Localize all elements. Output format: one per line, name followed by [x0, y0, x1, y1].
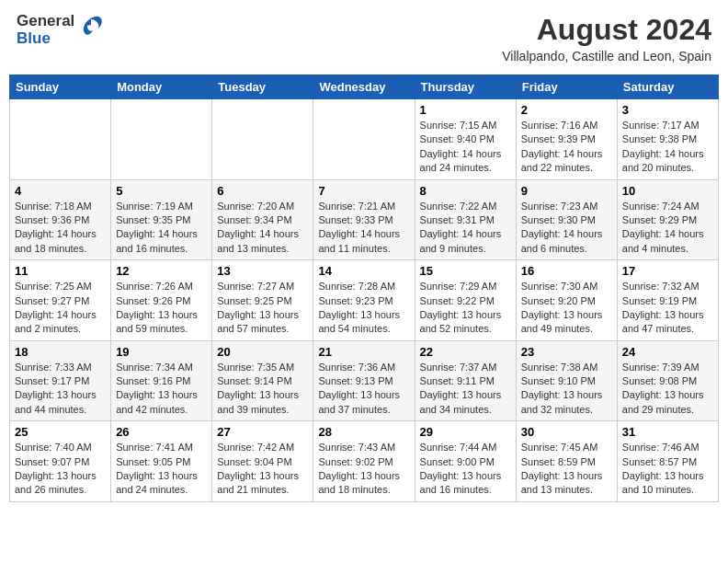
- calendar-cell: 31Sunrise: 7:46 AMSunset: 8:57 PMDayligh…: [617, 421, 718, 502]
- calendar-cell: 17Sunrise: 7:32 AMSunset: 9:19 PMDayligh…: [617, 260, 718, 341]
- day-info: Sunrise: 7:23 AMSunset: 9:30 PMDaylight:…: [521, 200, 612, 257]
- calendar-cell: 24Sunrise: 7:39 AMSunset: 9:08 PMDayligh…: [617, 340, 718, 421]
- logo: General Blue: [17, 13, 104, 47]
- calendar-cell: 4Sunrise: 7:18 AMSunset: 9:36 PMDaylight…: [10, 179, 111, 260]
- calendar-week-row: 1Sunrise: 7:15 AMSunset: 9:40 PMDaylight…: [10, 99, 719, 180]
- day-info: Sunrise: 7:19 AMSunset: 9:35 PMDaylight:…: [116, 200, 207, 257]
- day-number: 3: [622, 103, 713, 117]
- day-number: 25: [15, 425, 106, 439]
- day-info: Sunrise: 7:40 AMSunset: 9:07 PMDaylight:…: [15, 441, 106, 498]
- day-info: Sunrise: 7:44 AMSunset: 9:00 PMDaylight:…: [420, 441, 511, 498]
- calendar-week-row: 18Sunrise: 7:33 AMSunset: 9:17 PMDayligh…: [10, 340, 719, 421]
- logo-blue: Blue: [17, 30, 74, 48]
- day-number: 27: [217, 425, 308, 439]
- day-number: 4: [15, 184, 106, 198]
- day-info: Sunrise: 7:37 AMSunset: 9:11 PMDaylight:…: [420, 361, 511, 418]
- calendar-cell: 18Sunrise: 7:33 AMSunset: 9:17 PMDayligh…: [10, 340, 111, 421]
- day-info: Sunrise: 7:22 AMSunset: 9:31 PMDaylight:…: [420, 200, 511, 257]
- day-info: Sunrise: 7:27 AMSunset: 9:25 PMDaylight:…: [217, 280, 308, 337]
- day-number: 23: [521, 345, 612, 359]
- day-info: Sunrise: 7:33 AMSunset: 9:17 PMDaylight:…: [15, 361, 106, 418]
- day-info: Sunrise: 7:20 AMSunset: 9:34 PMDaylight:…: [217, 200, 308, 257]
- header: General Blue August 2024 Villalpando, Ca…: [9, 9, 719, 67]
- day-number: 14: [318, 264, 409, 278]
- calendar-cell: 10Sunrise: 7:24 AMSunset: 9:29 PMDayligh…: [617, 179, 718, 260]
- calendar-cell: 15Sunrise: 7:29 AMSunset: 9:22 PMDayligh…: [415, 260, 516, 341]
- logo-bird-icon: [78, 16, 104, 41]
- location: Villalpando, Castille and Leon, Spain: [502, 49, 711, 63]
- calendar-cell: [111, 99, 212, 180]
- calendar-cell: 6Sunrise: 7:20 AMSunset: 9:34 PMDaylight…: [212, 179, 313, 260]
- day-number: 6: [217, 184, 308, 198]
- day-number: 29: [420, 425, 511, 439]
- calendar-cell: 16Sunrise: 7:30 AMSunset: 9:20 PMDayligh…: [516, 260, 617, 341]
- day-number: 11: [15, 264, 106, 278]
- calendar-cell: 7Sunrise: 7:21 AMSunset: 9:33 PMDaylight…: [313, 179, 415, 260]
- day-header-friday: Friday: [516, 75, 617, 99]
- month-year: August 2024: [502, 13, 711, 47]
- day-info: Sunrise: 7:25 AMSunset: 9:27 PMDaylight:…: [15, 280, 106, 337]
- day-info: Sunrise: 7:29 AMSunset: 9:22 PMDaylight:…: [420, 280, 511, 337]
- day-number: 18: [15, 345, 106, 359]
- day-number: 2: [521, 103, 612, 117]
- day-info: Sunrise: 7:42 AMSunset: 9:04 PMDaylight:…: [217, 441, 308, 498]
- calendar-cell: 8Sunrise: 7:22 AMSunset: 9:31 PMDaylight…: [415, 179, 516, 260]
- calendar-header-row: SundayMondayTuesdayWednesdayThursdayFrid…: [10, 75, 719, 99]
- calendar-cell: 22Sunrise: 7:37 AMSunset: 9:11 PMDayligh…: [415, 340, 516, 421]
- day-number: 9: [521, 184, 612, 198]
- day-number: 13: [217, 264, 308, 278]
- day-info: Sunrise: 7:43 AMSunset: 9:02 PMDaylight:…: [318, 441, 409, 498]
- calendar-cell: 26Sunrise: 7:41 AMSunset: 9:05 PMDayligh…: [111, 421, 212, 502]
- day-number: 15: [420, 264, 511, 278]
- day-header-thursday: Thursday: [415, 75, 516, 99]
- day-info: Sunrise: 7:16 AMSunset: 9:39 PMDaylight:…: [521, 119, 612, 176]
- day-number: 8: [420, 184, 511, 198]
- calendar-cell: 20Sunrise: 7:35 AMSunset: 9:14 PMDayligh…: [212, 340, 313, 421]
- day-header-wednesday: Wednesday: [313, 75, 415, 99]
- day-header-sunday: Sunday: [10, 75, 111, 99]
- day-info: Sunrise: 7:41 AMSunset: 9:05 PMDaylight:…: [116, 441, 207, 498]
- calendar-cell: 12Sunrise: 7:26 AMSunset: 9:26 PMDayligh…: [111, 260, 212, 341]
- day-info: Sunrise: 7:34 AMSunset: 9:16 PMDaylight:…: [116, 361, 207, 418]
- calendar-cell: 5Sunrise: 7:19 AMSunset: 9:35 PMDaylight…: [111, 179, 212, 260]
- day-info: Sunrise: 7:30 AMSunset: 9:20 PMDaylight:…: [521, 280, 612, 337]
- day-number: 21: [318, 345, 409, 359]
- day-number: 19: [116, 345, 207, 359]
- calendar-cell: 23Sunrise: 7:38 AMSunset: 9:10 PMDayligh…: [516, 340, 617, 421]
- day-number: 24: [622, 345, 713, 359]
- calendar-cell: 29Sunrise: 7:44 AMSunset: 9:00 PMDayligh…: [415, 421, 516, 502]
- day-number: 22: [420, 345, 511, 359]
- day-number: 31: [622, 425, 713, 439]
- day-number: 30: [521, 425, 612, 439]
- day-number: 20: [217, 345, 308, 359]
- day-info: Sunrise: 7:35 AMSunset: 9:14 PMDaylight:…: [217, 361, 308, 418]
- calendar-cell: 19Sunrise: 7:34 AMSunset: 9:16 PMDayligh…: [111, 340, 212, 421]
- calendar-week-row: 11Sunrise: 7:25 AMSunset: 9:27 PMDayligh…: [10, 260, 719, 341]
- calendar-cell: [10, 99, 111, 180]
- calendar-cell: 9Sunrise: 7:23 AMSunset: 9:30 PMDaylight…: [516, 179, 617, 260]
- day-info: Sunrise: 7:32 AMSunset: 9:19 PMDaylight:…: [622, 280, 713, 337]
- day-info: Sunrise: 7:18 AMSunset: 9:36 PMDaylight:…: [15, 200, 106, 257]
- calendar-cell: 30Sunrise: 7:45 AMSunset: 8:59 PMDayligh…: [516, 421, 617, 502]
- logo-general: General: [17, 13, 74, 30]
- calendar-cell: 27Sunrise: 7:42 AMSunset: 9:04 PMDayligh…: [212, 421, 313, 502]
- day-info: Sunrise: 7:39 AMSunset: 9:08 PMDaylight:…: [622, 361, 713, 418]
- day-number: 7: [318, 184, 409, 198]
- calendar-cell: 2Sunrise: 7:16 AMSunset: 9:39 PMDaylight…: [516, 99, 617, 180]
- calendar-week-row: 25Sunrise: 7:40 AMSunset: 9:07 PMDayligh…: [10, 421, 719, 502]
- calendar-cell: 21Sunrise: 7:36 AMSunset: 9:13 PMDayligh…: [313, 340, 415, 421]
- day-info: Sunrise: 7:46 AMSunset: 8:57 PMDaylight:…: [622, 441, 713, 498]
- calendar-cell: 3Sunrise: 7:17 AMSunset: 9:38 PMDaylight…: [617, 99, 718, 180]
- title-area: August 2024 Villalpando, Castille and Le…: [502, 13, 711, 63]
- calendar-cell: 11Sunrise: 7:25 AMSunset: 9:27 PMDayligh…: [10, 260, 111, 341]
- day-number: 17: [622, 264, 713, 278]
- day-info: Sunrise: 7:21 AMSunset: 9:33 PMDaylight:…: [318, 200, 409, 257]
- day-info: Sunrise: 7:38 AMSunset: 9:10 PMDaylight:…: [521, 361, 612, 418]
- day-number: 12: [116, 264, 207, 278]
- calendar-cell: 25Sunrise: 7:40 AMSunset: 9:07 PMDayligh…: [10, 421, 111, 502]
- day-info: Sunrise: 7:15 AMSunset: 9:40 PMDaylight:…: [420, 119, 511, 176]
- day-info: Sunrise: 7:45 AMSunset: 8:59 PMDaylight:…: [521, 441, 612, 498]
- day-header-tuesday: Tuesday: [212, 75, 313, 99]
- calendar-cell: 13Sunrise: 7:27 AMSunset: 9:25 PMDayligh…: [212, 260, 313, 341]
- calendar: SundayMondayTuesdayWednesdayThursdayFrid…: [9, 75, 719, 502]
